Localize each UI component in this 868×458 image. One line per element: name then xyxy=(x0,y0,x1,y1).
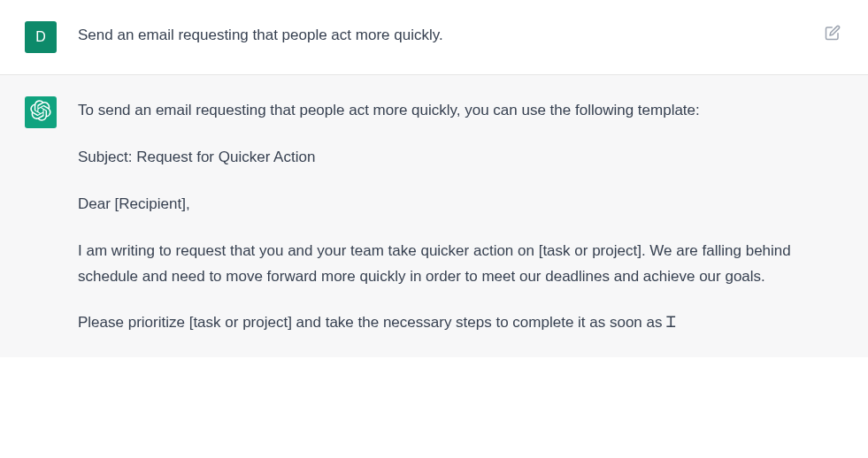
assistant-paragraph: Please prioritize [task or project] and … xyxy=(78,310,808,336)
user-message-block: D Send an email requesting that people a… xyxy=(0,0,868,75)
user-message-content: Send an email requesting that people act… xyxy=(78,21,843,53)
user-message-text: Send an email requesting that people act… xyxy=(78,23,808,49)
assistant-avatar xyxy=(25,96,57,128)
edit-icon xyxy=(825,25,841,43)
user-avatar-initial: D xyxy=(35,29,46,45)
assistant-paragraph: Dear [Recipient], xyxy=(78,192,808,218)
edit-message-button[interactable] xyxy=(822,23,843,44)
assistant-paragraph: I am writing to request that you and you… xyxy=(78,239,808,290)
assistant-message-block: To send an email requesting that people … xyxy=(0,75,868,357)
assistant-paragraph: Subject: Request for Quicker Action xyxy=(78,145,808,171)
assistant-message-content: To send an email requesting that people … xyxy=(78,96,843,336)
user-avatar: D xyxy=(25,21,57,53)
openai-logo-icon xyxy=(30,100,51,125)
text-cursor-icon: Ꮖ xyxy=(666,310,676,336)
assistant-paragraph: To send an email requesting that people … xyxy=(78,98,808,124)
